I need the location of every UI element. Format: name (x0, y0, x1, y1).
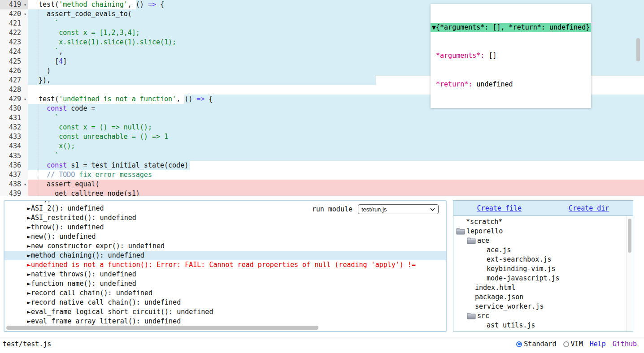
folder-icon (467, 313, 476, 319)
line-number: 428 (0, 85, 28, 95)
create-file-link[interactable]: Create file (477, 204, 522, 212)
console-row-error[interactable]: ►undefined is not a function(): Error: F… (4, 260, 446, 270)
code-line-content[interactable]: ` (28, 113, 644, 123)
code-line-content[interactable]: const x = () => null(); (28, 123, 644, 132)
tree-file-row[interactable]: ace.js (453, 245, 633, 255)
tree-file-row[interactable]: ext-searchbox.js (453, 255, 633, 264)
code-line-content[interactable]: assert_equal( (28, 180, 644, 189)
test-results-console: run module test/run.js ►ASI(): undefined… (4, 200, 447, 332)
fold-arrow-icon[interactable]: ▾ (24, 9, 26, 19)
line-highlight (28, 180, 644, 189)
code-line: 435 ` (0, 151, 644, 161)
tree-entry-label: service_worker.js (475, 302, 544, 311)
tree-file-row[interactable]: package.json (453, 293, 633, 302)
tree-file-row[interactable]: service_worker.js (453, 302, 633, 311)
line-number: 436 (0, 161, 28, 170)
fold-arrow-icon[interactable]: ▾ (24, 95, 26, 104)
code-line-content[interactable]: // TODO fix error messages (28, 170, 644, 180)
tree-file-row[interactable]: index.html (453, 283, 633, 293)
line-number: 438▾ (0, 180, 28, 189)
line-number: 439 (0, 189, 28, 196)
line-number: 429▾ (0, 95, 28, 104)
console-rows: ►ASI_2(): undefined►ASI_restrited(): und… (4, 204, 446, 326)
run-module-selected-value: test/run.js (361, 206, 387, 213)
folder-icon (456, 228, 465, 235)
line-number: 433 (0, 132, 28, 142)
fold-arrow-icon[interactable]: ▾ (24, 0, 26, 9)
tree-entry-label: ast_utils.js (487, 321, 535, 330)
console-row[interactable]: ►native throws(): undefined (4, 270, 446, 279)
code-line-content[interactable]: const s1 = test_initial_state(code) (28, 161, 644, 170)
console-row[interactable]: ►ASI_restrited(): undefined (4, 213, 446, 223)
tooltip-value: undefined (472, 80, 513, 88)
mode-standard: Standard (516, 340, 556, 348)
tree-file-row[interactable]: *scratch* (453, 217, 633, 227)
console-row[interactable]: ►method chaining(): undefined (4, 251, 446, 260)
file-tree-scrollbar[interactable] (628, 219, 631, 253)
line-number: 422 (0, 28, 28, 38)
tree-folder-row[interactable]: leporello (453, 227, 633, 236)
tooltip-arguments-row[interactable]: *arguments*: [] (431, 51, 591, 60)
fold-arrow-icon[interactable]: ▾ (24, 180, 26, 189)
vim-radio[interactable] (563, 341, 569, 347)
console-row[interactable]: ►new constructor expr(): undefined (4, 241, 446, 251)
editor-vertical-scrollbar[interactable] (636, 38, 640, 61)
status-bar: test/test.js Standard VIM Help Github (0, 337, 644, 351)
code-line-content[interactable]: x(); (28, 142, 644, 151)
tree-file-row[interactable]: keybinding-vim.js (453, 264, 633, 274)
console-row[interactable]: ►eval_frame array_literal(): undefined (4, 317, 446, 326)
file-tree: *scratch*leporelloaceace.jsext-searchbox… (453, 216, 633, 332)
line-number: 424 (0, 47, 28, 56)
line-number: 425 (0, 57, 28, 66)
folder-icon (467, 237, 476, 244)
code-line-content[interactable]: get_calltree_node(s1) (28, 189, 644, 196)
console-horizontal-scrollbar[interactable] (6, 326, 318, 330)
code-line: 434 x(); (0, 142, 644, 151)
current-file-path: test/test.js (3, 340, 51, 348)
code-editor[interactable]: 419▾ test('method chaining', () => {420▾… (0, 0, 644, 196)
console-row[interactable]: ►eval_frame logical short circuit(): und… (4, 307, 446, 317)
code-line-content[interactable]: const unreachable = () => 1 (28, 132, 644, 142)
create-dir-link[interactable]: Create dir (569, 204, 609, 212)
code-line: 433 const unreachable = () => 1 (0, 132, 644, 142)
code-line: 432 const x = () => null(); (0, 123, 644, 132)
indent-guide (39, 104, 39, 196)
line-highlight (28, 76, 376, 85)
indent-guide (39, 9, 39, 85)
line-number: 432 (0, 123, 28, 132)
tree-folder-row[interactable]: ace (453, 236, 633, 245)
line-number: 421 (0, 19, 28, 28)
tree-file-row[interactable]: ast_utils.js (453, 321, 633, 330)
line-number: 426 (0, 66, 28, 76)
tree-entry-label: mode-javascript.js (487, 274, 560, 283)
file-explorer-header: Create file Create dir (453, 201, 633, 216)
mode-vim: VIM (563, 340, 583, 348)
status-bar-right: Standard VIM Help Github (516, 340, 637, 348)
tree-entry-label: src (477, 311, 489, 321)
line-number: 427 (0, 76, 28, 85)
help-link[interactable]: Help (590, 340, 606, 348)
line-number: 423 (0, 38, 28, 47)
run-module-select[interactable]: test/run.js (358, 204, 439, 214)
tree-file-row[interactable]: mode-javascript.js (453, 274, 633, 283)
code-line: 438▾ assert_equal( (0, 180, 644, 189)
console-row[interactable]: ►function name(): undefined (4, 279, 446, 288)
line-number: 437 (0, 170, 28, 180)
github-link[interactable]: Github (613, 340, 637, 348)
tooltip-key: *return*: (436, 80, 472, 88)
standard-radio[interactable] (516, 341, 522, 347)
line-number: 430 (0, 104, 28, 113)
run-module-control: run module test/run.js (312, 204, 439, 214)
standard-radio-label: Standard (524, 340, 556, 348)
code-line-content[interactable]: ` (28, 151, 644, 161)
console-row[interactable]: ►throw(): undefined (4, 223, 446, 232)
line-number: 419▾ (0, 0, 28, 9)
tooltip-return-row[interactable]: *return*: undefined (431, 80, 591, 89)
tooltip-collapse-header[interactable]: ▼{*arguments*: [], *return*: undefined} (431, 23, 591, 32)
tree-entry-label: index.html (475, 283, 515, 293)
console-row[interactable]: ►new(): undefined (4, 232, 446, 241)
console-row[interactable]: ►record native call chain(): undefined (4, 298, 446, 307)
console-row[interactable]: ►record call chain(): undefined (4, 288, 446, 298)
line-number: 434 (0, 142, 28, 151)
tree-folder-row[interactable]: src (453, 311, 633, 321)
